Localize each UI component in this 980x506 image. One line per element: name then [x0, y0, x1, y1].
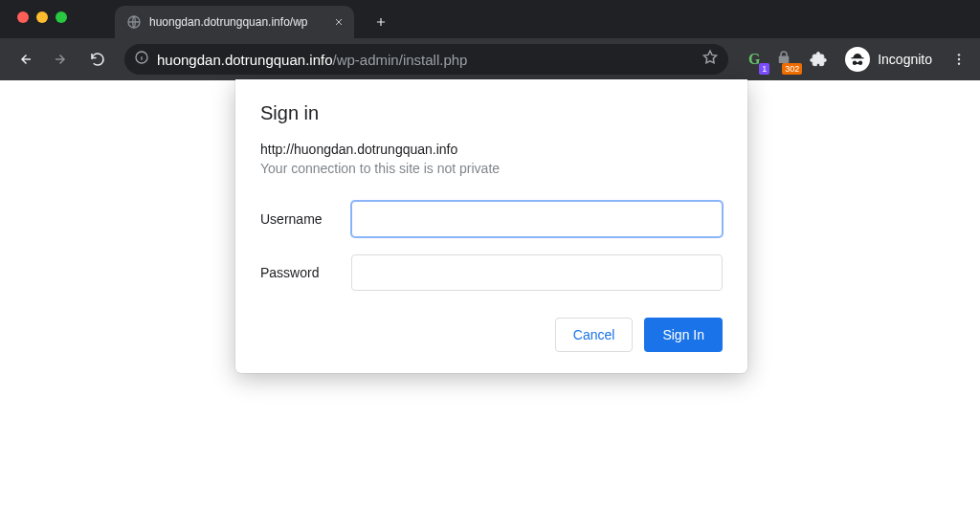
password-label: Password — [260, 265, 351, 280]
password-input[interactable] — [351, 254, 723, 291]
tab-strip: huongdan.dotrungquan.info/wp — [0, 0, 980, 38]
svg-point-4 — [958, 62, 960, 64]
password-row: Password — [260, 254, 723, 291]
window-minimize-button[interactable] — [36, 11, 48, 23]
nav-back-button[interactable] — [10, 44, 40, 75]
username-input[interactable] — [351, 201, 723, 237]
extension-g-badge: 1 — [759, 63, 769, 75]
dialog-origin: http://huongdan.dotrungquan.info — [260, 142, 723, 157]
browser-toolbar: huongdan.dotrungquan.info/wp-admin/insta… — [0, 38, 980, 80]
nav-forward-button[interactable] — [46, 44, 77, 75]
new-tab-button[interactable] — [368, 9, 394, 35]
window-maximize-button[interactable] — [56, 11, 67, 23]
extensions-menu-icon[interactable] — [803, 44, 834, 75]
address-bar[interactable]: huongdan.dotrungquan.info/wp-admin/insta… — [124, 44, 728, 75]
site-info-icon[interactable] — [134, 50, 149, 69]
window-close-button[interactable] — [17, 11, 29, 23]
url-text: huongdan.dotrungquan.info/wp-admin/insta… — [157, 52, 694, 68]
incognito-icon — [845, 47, 870, 72]
http-auth-dialog: Sign in http://huongdan.dotrungquan.info… — [235, 79, 747, 373]
url-path: /wp-admin/install.php — [333, 52, 468, 68]
extension-lock-badge: 302 — [782, 63, 802, 75]
nav-reload-button[interactable] — [82, 44, 113, 75]
incognito-indicator[interactable]: Incognito — [845, 47, 932, 72]
sign-in-button[interactable]: Sign In — [644, 318, 723, 352]
page-viewport: Sign in http://huongdan.dotrungquan.info… — [0, 80, 980, 506]
extensions-area: G 1 302 Incognito — [744, 44, 970, 75]
browser-chrome: huongdan.dotrungquan.info/wp huongdan.do… — [0, 0, 980, 80]
browser-tab[interactable]: huongdan.dotrungquan.info/wp — [115, 6, 354, 38]
url-host: huongdan.dotrungquan.info — [157, 52, 333, 68]
dialog-title: Sign in — [260, 102, 723, 124]
browser-menu-button[interactable] — [947, 52, 970, 67]
svg-point-2 — [958, 54, 960, 55]
bookmark-star-icon[interactable] — [702, 49, 719, 70]
dialog-actions: Cancel Sign In — [260, 318, 723, 352]
cancel-button[interactable]: Cancel — [555, 318, 634, 352]
tab-close-button[interactable] — [333, 16, 345, 28]
svg-point-3 — [958, 58, 960, 60]
tab-title: huongdan.dotrungquan.info/wp — [149, 15, 325, 29]
extension-g-icon[interactable]: G 1 — [744, 49, 765, 70]
incognito-label: Incognito — [878, 52, 932, 67]
dialog-warning: Your connection to this site is not priv… — [260, 161, 723, 176]
username-label: Username — [260, 211, 351, 227]
username-row: Username — [260, 201, 723, 237]
globe-icon — [126, 14, 142, 30]
window-controls — [8, 0, 80, 38]
extension-lock-icon[interactable]: 302 — [772, 49, 795, 70]
